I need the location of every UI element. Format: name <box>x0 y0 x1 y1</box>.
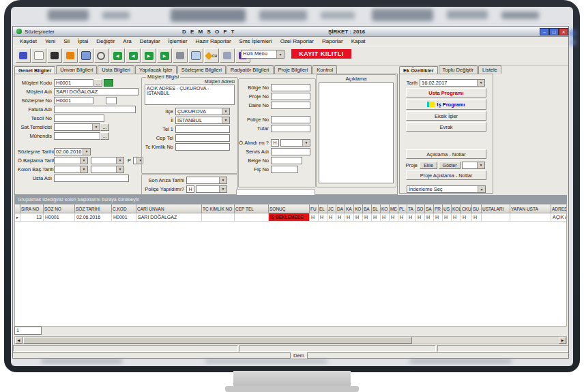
menu-detaylar[interactable]: Detaylar <box>136 38 164 44</box>
tc-kimlik-no-input[interactable] <box>175 143 230 151</box>
column-header-pl-18[interactable]: PL <box>398 205 407 213</box>
column-header-ka-12[interactable]: KA <box>345 205 354 213</box>
column-header-ba-14[interactable]: BA <box>363 205 372 213</box>
sozlesme-tarihi-select[interactable]: 02.06.2016▼ <box>54 148 91 155</box>
column-header-so-20[interactable]: SO <box>416 205 425 213</box>
column-header-sa-21[interactable]: SA <box>425 205 434 213</box>
aciklama-notlar-button[interactable]: Açıklama - Notlar <box>406 149 486 159</box>
cep-tel-input[interactable] <box>175 134 230 142</box>
menu-kapat[interactable]: Kapat <box>347 38 370 44</box>
police-yapildimi-flag[interactable]: H <box>186 185 194 193</box>
servis-adi-input[interactable] <box>271 148 310 155</box>
scroll-right-icon[interactable]: ▶ <box>559 337 566 344</box>
menu-de-i-tir[interactable]: Değiştir <box>92 38 119 44</box>
proje-aciklama-notlar-button[interactable]: Proje Açıklama - Notlar <box>406 170 486 180</box>
tab-nvan-bilgileri[interactable]: Ünvan Bilgileri <box>56 65 97 74</box>
column-header-cku-25[interactable]: CKU <box>461 205 472 213</box>
edit-button[interactable] <box>78 48 93 63</box>
column-header-su-26[interactable]: SU <box>472 205 482 213</box>
tab-listele[interactable]: Listele <box>478 65 501 74</box>
scrollbar-thumb[interactable] <box>23 337 412 344</box>
close-button[interactable]: ✕ <box>559 28 568 35</box>
menu-zel-raporlar[interactable]: Özel Raporlar <box>276 38 318 44</box>
print-button[interactable] <box>173 48 188 63</box>
sozlesme-no-input[interactable] <box>106 97 117 104</box>
fis-no-input[interactable] <box>271 166 298 173</box>
musteri-kodu-input[interactable]: H0001 <box>54 79 93 87</box>
ilce-select[interactable]: ÇUKUROVA▼ <box>175 108 230 115</box>
column-header-sonu-7[interactable]: SONUÇ <box>269 205 310 213</box>
copy-button[interactable] <box>220 48 235 63</box>
cancel-button[interactable] <box>63 48 78 63</box>
first-record-button[interactable]: ◀ <box>110 48 125 63</box>
kolon-bas-tarihi-select[interactable]: ▼ <box>54 166 88 173</box>
tutar-input[interactable] <box>271 125 310 132</box>
muhendis-lookup-button[interactable]: ... <box>100 132 109 140</box>
son-ariza-tarihi-select[interactable]: ▼ <box>186 177 227 184</box>
column-header-us-23[interactable]: US <box>443 205 452 213</box>
column-header-ta-19[interactable]: TA <box>407 205 416 213</box>
column-header-c-kod-3[interactable]: C.KOD <box>112 205 136 213</box>
column-header-cep-tel-6[interactable]: CEP TEL <box>235 205 269 213</box>
column-header-s-z-tari-hi-2[interactable]: SÖZ TARİHİ <box>75 205 112 213</box>
tab-usta-bilgileri[interactable]: Usta Bilgileri <box>98 65 134 74</box>
sat-temsilcisi-lookup-button[interactable]: ... <box>100 123 109 131</box>
menu-ara[interactable]: Ara <box>119 38 135 44</box>
column-header-adres-29[interactable]: ADRES <box>551 205 567 213</box>
search-button[interactable] <box>94 48 109 63</box>
grid-group-bar[interactable]: Gruplamak istediğiniz kolon başlıklarını… <box>14 195 567 204</box>
ch-button[interactable]: CH <box>204 48 219 63</box>
save-button[interactable] <box>16 48 31 63</box>
musteri-kodu-lookup-button[interactable]: ... <box>93 79 102 87</box>
menu-i-lemler[interactable]: İşlemler <box>164 38 192 44</box>
menu-sms-i-lemleri[interactable]: Sms İşlemleri <box>235 38 276 44</box>
column-header-da-11[interactable]: DA <box>336 205 345 213</box>
belge-no-input[interactable] <box>271 157 302 164</box>
tab-yap-lacak-i-ler[interactable]: Yapılacak İşler <box>135 65 177 74</box>
evrak-button[interactable]: Evrak <box>406 122 486 132</box>
proje-goster-button[interactable]: Göster <box>439 162 461 169</box>
column-header-tc-ki-mli-k-no-5[interactable]: TC KİMLİK NO <box>202 205 235 213</box>
mail-button[interactable] <box>188 48 203 63</box>
column-header-pr-22[interactable]: PR <box>434 205 443 213</box>
menu-raporlar[interactable]: Raporlar <box>318 38 347 44</box>
last-record-button[interactable]: ▶ <box>157 48 172 63</box>
police-no-input[interactable] <box>271 116 310 123</box>
tab-toplu-de-i-tir[interactable]: Toplu Değiştir <box>439 65 478 74</box>
menu-kaydet[interactable]: Kaydet <box>16 38 41 44</box>
is-programi-button[interactable]: İş Programı <box>406 99 486 110</box>
column-header-sira-no-0[interactable]: SIRA NO <box>20 205 44 213</box>
next-record-button[interactable]: ▶ <box>141 48 156 63</box>
fatura-adi-input[interactable] <box>54 106 136 113</box>
column-header-cari-nvan-4[interactable]: CARİ ÜNVAN <box>136 205 202 213</box>
tab-dem[interactable]: Dem <box>290 352 308 359</box>
o-alindi-mi-select[interactable]: ▼ <box>280 139 310 147</box>
muhendis-input[interactable] <box>54 132 100 140</box>
o-baslama-tarihi-select[interactable]: ▼ <box>91 157 124 164</box>
maximize-button[interactable]: ▢ <box>549 28 559 35</box>
proje-ekle-button[interactable]: Ekle <box>420 162 437 169</box>
column-header-fu-8[interactable]: FU <box>310 205 319 213</box>
column-header-jc-10[interactable]: JC <box>327 205 336 213</box>
column-header-s-z-no-1[interactable]: SÖZ NO <box>44 205 75 213</box>
new-record-button[interactable] <box>31 48 46 63</box>
daire-no-input[interactable] <box>271 102 310 109</box>
musteri-adi-input[interactable]: SARI DOĞALGAZ <box>54 88 138 95</box>
scroll-left-icon[interactable]: ◀ <box>15 337 23 344</box>
tescil-no-input[interactable] <box>54 115 104 122</box>
menu-haz-r-raporlar[interactable]: Hazır Raporlar <box>192 38 235 44</box>
o-alindi-mi-flag[interactable]: H <box>271 139 279 147</box>
menu-i-ptal[interactable]: İptal <box>74 38 92 44</box>
minimize-button[interactable]: – <box>540 28 549 35</box>
menu-sil[interactable]: Sil <box>59 38 74 44</box>
police-yapildimi-select[interactable]: ▼ <box>196 185 227 193</box>
aciklama-textarea[interactable] <box>319 82 394 183</box>
sat-temsilcisi-select[interactable]: ▼ <box>54 123 100 131</box>
tarih-select[interactable]: 16.02.2017 ▼ <box>420 79 485 87</box>
il-select[interactable]: İSTANBUL▼ <box>175 117 230 124</box>
menu-yeni[interactable]: Yeni <box>41 38 59 44</box>
tab-s-zle-me-bilgileri[interactable]: Sözleşme Bilgileri <box>177 65 226 74</box>
column-header-el-9[interactable]: EL <box>319 205 327 213</box>
prev-record-button[interactable]: ◀ <box>126 48 141 63</box>
usta-adi-input[interactable] <box>54 175 129 182</box>
